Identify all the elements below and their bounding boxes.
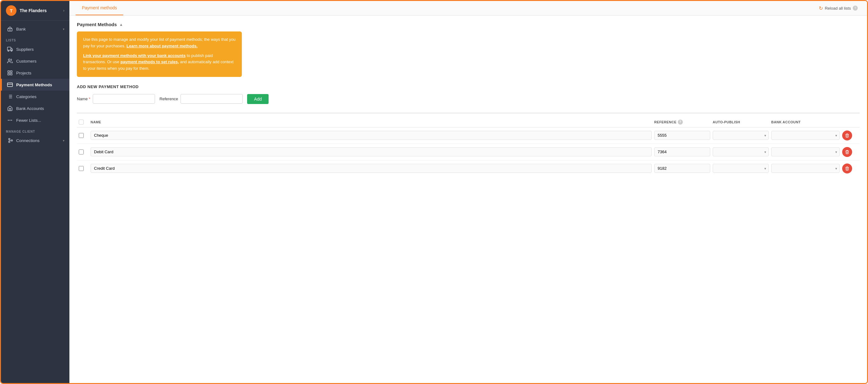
svg-point-20	[8, 120, 9, 120]
row-reference-cheque[interactable]	[654, 131, 710, 140]
row-auto-publish-debit-card[interactable]	[713, 147, 769, 156]
row-reference-debit-card[interactable]	[654, 147, 710, 156]
table-row	[77, 127, 860, 144]
sidebar-item-customers[interactable]: Customers	[1, 55, 69, 67]
name-input[interactable]	[93, 94, 155, 104]
sidebar-item-payment-methods-label: Payment Methods	[16, 83, 64, 87]
row-auto-publish-cheque[interactable]	[713, 131, 769, 140]
collapse-icon[interactable]: ▲	[119, 23, 123, 27]
delete-credit-card-button[interactable]	[842, 164, 852, 174]
fewer-lists-icon	[7, 117, 13, 123]
manage-client-section-label: Manage Client	[1, 126, 69, 135]
reload-label: Reload all lists	[825, 6, 851, 10]
connections-icon	[7, 137, 13, 144]
customers-icon	[7, 58, 13, 64]
reload-all-lists-button[interactable]: ↻ Reload all lists ?	[816, 3, 861, 13]
row-auto-publish-credit-card-wrapper	[713, 164, 769, 173]
tabs-bar: Payment methods ↻ Reload all lists ?	[69, 1, 867, 16]
row-bank-account-debit-card-wrapper	[771, 147, 840, 156]
section-header: Payment Methods ▲	[77, 22, 860, 27]
sidebar-item-connections-label: Connections	[16, 138, 63, 143]
payment-methods-table: NAME REFERENCE ? AUTO-PUBLISH BANK ACCOU…	[77, 113, 860, 177]
row-checkbox-cheque[interactable]	[79, 133, 84, 138]
sidebar-item-categories-label: Categories	[16, 94, 64, 99]
sidebar-item-bank-label: Bank	[16, 27, 63, 31]
reference-form-group: Reference	[159, 94, 243, 104]
svg-point-5	[8, 59, 10, 61]
reload-help-icon[interactable]: ?	[853, 6, 858, 10]
suppliers-icon	[7, 46, 13, 52]
add-button[interactable]: Add	[247, 94, 269, 104]
svg-point-3	[8, 50, 9, 51]
reference-help-icon[interactable]: ?	[678, 120, 683, 125]
row-auto-publish-cheque-wrapper	[713, 131, 769, 140]
svg-point-23	[11, 140, 13, 141]
info-link-bank-accounts[interactable]: Link your payment methods with your bank…	[83, 53, 185, 58]
name-label: Name *	[77, 96, 90, 101]
bank-accounts-icon	[7, 105, 13, 112]
sidebar-item-projects-label: Projects	[16, 71, 64, 76]
sidebar-item-bank-accounts[interactable]: Bank Accounts	[1, 102, 69, 114]
delete-cheque-button[interactable]	[842, 130, 852, 141]
info-text-2: Link your payment methods with your bank…	[83, 53, 236, 72]
row-checkbox-debit-card[interactable]	[79, 149, 84, 154]
row-bank-account-cheque[interactable]	[771, 131, 840, 140]
org-name: The Flanders	[20, 8, 63, 13]
lists-section-label: Lists	[1, 35, 69, 43]
row-auto-publish-credit-card[interactable]	[713, 164, 769, 173]
row-auto-publish-debit-card-wrapper	[713, 147, 769, 156]
info-link-1[interactable]: Learn more about payment methods.	[126, 43, 197, 48]
tab-payment-methods[interactable]: Payment methods	[75, 1, 123, 15]
row-name-credit-card[interactable]	[91, 164, 652, 173]
sidebar-item-fewer-lists-label: Fewer Lists...	[16, 118, 64, 123]
sidebar-nav: Bank ▾ Lists Suppliers Cus	[1, 21, 69, 383]
row-name-debit-card[interactable]	[91, 147, 652, 156]
page-content: Payment Methods ▲ Use this page to manag…	[69, 16, 867, 383]
row-checkbox-credit-card[interactable]	[79, 166, 84, 171]
row-name-cheque[interactable]	[91, 131, 652, 140]
table-row	[77, 144, 860, 160]
sidebar: T The Flanders › Bank ▾ Lists	[1, 1, 69, 383]
delete-debit-card-button[interactable]	[842, 147, 852, 157]
sidebar-item-projects[interactable]: Projects	[1, 67, 69, 79]
sidebar-item-suppliers[interactable]: Suppliers	[1, 43, 69, 55]
bank-icon	[7, 26, 13, 32]
sidebar-item-categories[interactable]: Categories	[1, 91, 69, 102]
sidebar-item-fewer-lists[interactable]: Fewer Lists...	[1, 114, 69, 126]
main-content: Payment methods ↻ Reload all lists ? Pay…	[69, 1, 867, 383]
sidebar-item-connections[interactable]: Connections ▾	[1, 135, 69, 146]
header-checkbox[interactable]	[79, 120, 84, 125]
row-bank-account-credit-card-wrapper	[771, 164, 840, 173]
svg-point-4	[11, 50, 12, 51]
sidebar-item-customers-label: Customers	[16, 59, 64, 63]
info-link-set-rules[interactable]: payment methods to set rules,	[120, 59, 179, 64]
svg-rect-2	[7, 47, 11, 50]
org-header[interactable]: T The Flanders ›	[1, 1, 69, 21]
info-text-1: Use this page to manage and modify your …	[83, 36, 236, 50]
svg-rect-6	[8, 71, 9, 72]
sidebar-item-bank[interactable]: Bank ▾	[1, 23, 69, 35]
col-header-reference: REFERENCE ?	[654, 120, 710, 125]
payment-methods-icon	[7, 82, 13, 88]
projects-icon	[7, 70, 13, 76]
add-section-title: ADD NEW PAYMENT METHOD	[77, 84, 860, 89]
col-header-auto-publish: AUTO-PUBLISH	[713, 120, 769, 124]
section-title: Payment Methods	[77, 22, 117, 27]
svg-point-21	[9, 141, 10, 143]
reference-input[interactable]	[181, 94, 243, 104]
chevron-right-icon: ›	[63, 8, 64, 13]
row-bank-account-credit-card[interactable]	[771, 164, 840, 173]
svg-point-19	[11, 120, 12, 120]
categories-icon	[7, 93, 13, 100]
row-bank-account-debit-card[interactable]	[771, 147, 840, 156]
reload-icon: ↻	[819, 5, 823, 11]
name-form-group: Name *	[77, 94, 155, 104]
table-header: NAME REFERENCE ? AUTO-PUBLISH BANK ACCOU…	[77, 117, 860, 127]
sidebar-item-payment-methods[interactable]: Payment Methods	[1, 79, 69, 91]
row-reference-credit-card[interactable]	[654, 164, 710, 173]
sidebar-item-bank-accounts-label: Bank Accounts	[16, 106, 64, 111]
connections-chevron-icon: ▾	[63, 139, 64, 142]
svg-rect-7	[10, 71, 12, 72]
name-required: *	[89, 96, 90, 101]
avatar: T	[6, 5, 17, 16]
